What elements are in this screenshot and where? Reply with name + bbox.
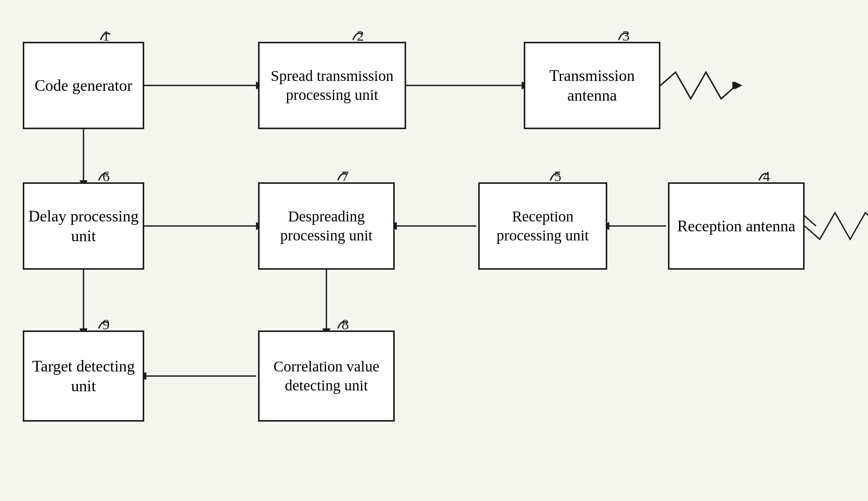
correlation-value-block: Correlation value detecting unit	[258, 330, 395, 422]
delay-processing-label: Delay processing unit	[28, 206, 139, 246]
target-detecting-label: Target detecting unit	[28, 356, 139, 396]
tick-9	[95, 317, 118, 332]
despreading-processing-block: Despreading processing unit	[258, 182, 395, 270]
svg-marker-19	[734, 82, 742, 89]
reception-antenna-label: Reception antenna	[677, 216, 795, 236]
target-detecting-block: Target detecting unit	[23, 330, 144, 422]
reception-processing-label: Reception processing unit	[484, 207, 602, 245]
transmission-antenna-block: Transmission antenna	[524, 42, 660, 129]
tick-4	[755, 169, 778, 184]
spread-transmission-label: Spread transmission processing unit	[263, 66, 401, 104]
correlation-value-label: Correlation value detecting unit	[263, 357, 389, 395]
diagram-container: Code generator 1 Spread transmission pro…	[0, 0, 868, 501]
delay-processing-block: Delay processing unit	[23, 182, 144, 270]
code-generator-block: Code generator	[23, 42, 144, 129]
despreading-processing-label: Despreading processing unit	[263, 207, 389, 245]
reception-processing-block: Reception processing unit	[478, 182, 607, 270]
tick-2	[349, 28, 372, 44]
spread-transmission-block: Spread transmission processing unit	[258, 42, 406, 129]
tick-3	[615, 28, 638, 44]
tick-6	[95, 169, 118, 184]
tick-5	[547, 169, 569, 184]
code-generator-label: Code generator	[35, 76, 132, 96]
tick-7	[334, 169, 357, 184]
reception-antenna-block: Reception antenna	[668, 182, 805, 270]
transmission-signal-icon	[660, 68, 755, 103]
tick-8	[334, 317, 357, 332]
tick-1	[97, 28, 120, 44]
reception-signal-icon	[805, 209, 868, 243]
transmission-antenna-label: Transmission antenna	[529, 66, 655, 106]
